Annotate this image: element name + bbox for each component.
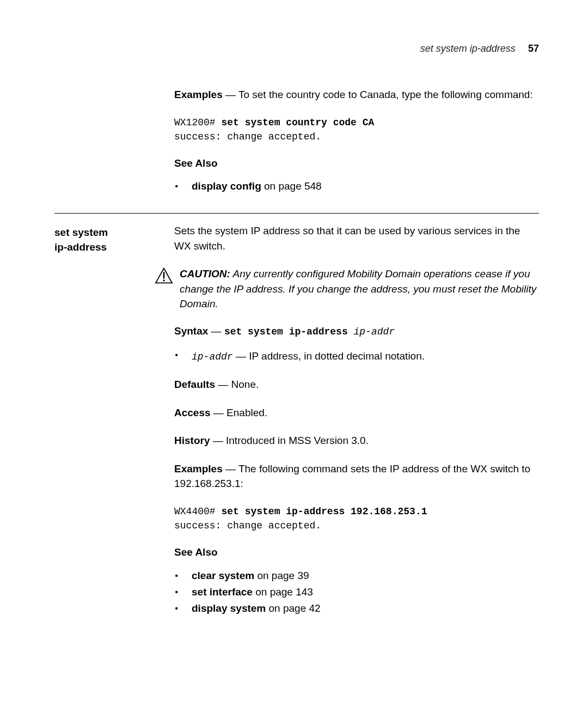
link-page: on page 42: [266, 602, 320, 614]
caution-block: CAUTION: Any currently configured Mobili…: [155, 266, 539, 312]
syntax-label: Syntax: [174, 325, 208, 337]
syntax-dash: —: [208, 325, 224, 337]
history-text: — Introduced in MSS Version 3.0.: [210, 435, 369, 446]
see-also-list-1: display config on page 548: [174, 180, 539, 192]
caution-body: Any currently configured Mobility Domain…: [180, 268, 536, 309]
examples-paragraph-2: Examples — The following command sets th…: [174, 461, 539, 491]
caution-label: CAUTION:: [180, 268, 230, 279]
link-page: on page 39: [254, 570, 309, 581]
code-prompt: WX1200#: [174, 117, 221, 128]
sidebar-line-2: ip-address: [54, 240, 174, 255]
link-command[interactable]: display system: [192, 602, 266, 614]
examples-text-2: — The following command sets the IP addr…: [174, 463, 530, 490]
defaults-text: — None.: [215, 379, 259, 390]
code-result-2: success: change accepted.: [174, 520, 321, 531]
see-also-item: clear system on page 39: [186, 570, 539, 582]
syntax-cmd: set system ip-address: [224, 326, 354, 337]
syntax-line: Syntax — set system ip-address ip-addr: [174, 324, 539, 339]
section-body: Sets the system IP address so that it ca…: [174, 223, 539, 618]
link-command[interactable]: clear system: [192, 570, 254, 581]
sidebar-line-1: set system: [54, 226, 174, 240]
see-also-list-2: clear system on page 39 set interface on…: [174, 570, 539, 614]
code-block-2: WX4400# set system ip-address 192.168.25…: [174, 504, 539, 533]
header-command-name: set system ip-address: [420, 43, 516, 54]
defaults-label: Defaults: [174, 379, 215, 390]
see-also-item: set interface on page 143: [186, 586, 539, 598]
caution-icon: [155, 266, 174, 287]
see-also-item: display system on page 42: [186, 602, 539, 614]
param-list: ip-addr — IP address, in dotted decimal …: [174, 349, 539, 364]
examples-paragraph: Examples — To set the country code to Ca…: [174, 87, 539, 102]
see-also-label: See Also: [174, 157, 218, 169]
code-command-2: set system ip-address 192.168.253.1: [221, 506, 427, 517]
link-command[interactable]: set interface: [192, 586, 253, 598]
syntax-param: ip-addr: [354, 326, 395, 337]
page-header: set system ip-address 57: [54, 42, 539, 54]
history-label: History: [174, 435, 210, 446]
access-text: — Enabled.: [211, 407, 268, 418]
header-page-number: 57: [528, 43, 539, 54]
see-also-heading-2: See Also: [174, 545, 539, 560]
link-page: on page 143: [253, 586, 313, 598]
svg-point-2: [163, 279, 164, 281]
examples-text: — To set the country code to Canada, typ…: [223, 89, 533, 100]
caution-text: CAUTION: Any currently configured Mobili…: [180, 266, 539, 312]
access-label: Access: [174, 407, 211, 418]
link-page: on page 548: [261, 180, 322, 192]
code-prompt-2: WX4400#: [174, 506, 221, 517]
link-command[interactable]: display config: [192, 180, 261, 192]
code-command: set system country code CA: [221, 117, 374, 128]
intro-paragraph: Sets the system IP address so that it ca…: [174, 223, 539, 253]
examples-section-prev: Examples — To set the country code to Ca…: [174, 87, 539, 197]
param-item: ip-addr — IP address, in dotted decimal …: [186, 349, 539, 364]
examples-label-2: Examples: [174, 463, 223, 474]
history-line: History — Introduced in MSS Version 3.0.: [174, 433, 539, 448]
defaults-line: Defaults — None.: [174, 377, 539, 392]
param-desc: — IP address, in dotted decimal notation…: [233, 350, 425, 362]
section-divider: [54, 213, 539, 214]
examples-label: Examples: [174, 89, 223, 100]
param-name: ip-addr: [192, 351, 233, 362]
page-content: Examples — To set the country code to Ca…: [54, 87, 539, 619]
see-also-item: display config on page 548: [186, 180, 539, 192]
code-result: success: change accepted.: [174, 131, 321, 142]
see-also-label-2: See Also: [174, 546, 218, 558]
see-also-heading-1: See Also: [174, 156, 539, 171]
access-line: Access — Enabled.: [174, 405, 539, 421]
code-block-1: WX1200# set system country code CA succe…: [174, 115, 539, 144]
